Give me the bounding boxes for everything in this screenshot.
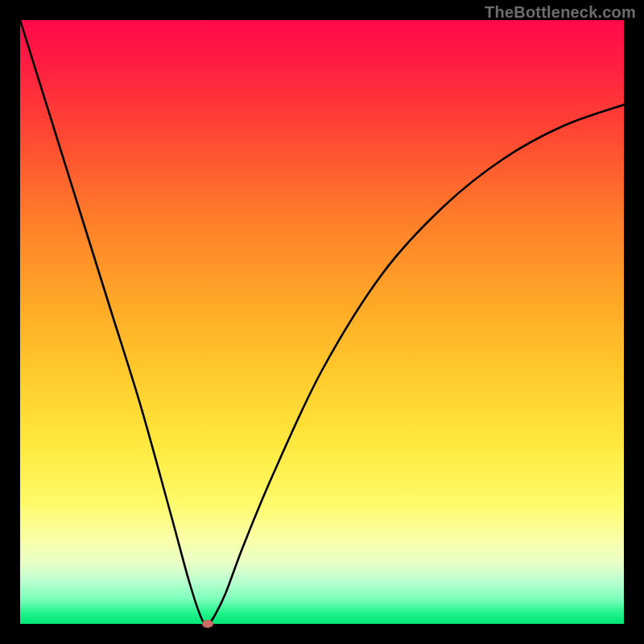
watermark-text: TheBottleneck.com	[485, 3, 636, 22]
chart-frame: TheBottleneck.com	[0, 0, 644, 644]
bottleneck-curve	[20, 20, 624, 624]
optimal-point-marker	[202, 620, 213, 628]
plot-area	[20, 20, 624, 624]
